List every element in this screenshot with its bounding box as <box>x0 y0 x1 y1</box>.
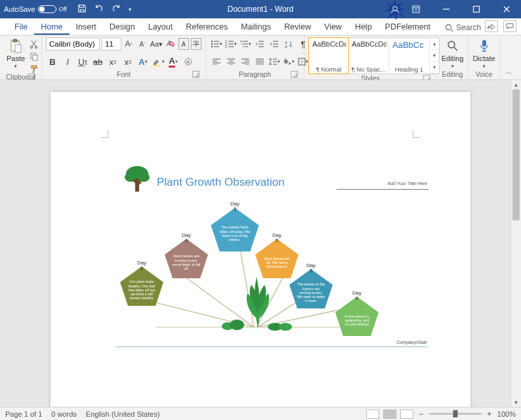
node-day4[interactable]: Day 4 More leaves are turning brown; som… <box>162 235 211 284</box>
node-day-label: Day 5 <box>272 233 281 243</box>
search-box[interactable]: Search <box>441 20 485 35</box>
group-clipboard: Paste ▾ Clipboard <box>0 35 42 79</box>
tab-design[interactable]: Design <box>103 20 142 35</box>
dictate-label: Dictate <box>472 54 495 62</box>
tab-help[interactable]: Help <box>348 20 379 35</box>
page[interactable]: Plant Growth Observation Add Your Title … <box>51 92 470 407</box>
qat-dropdown[interactable]: ▾ <box>129 7 131 12</box>
character-shading-button[interactable]: A <box>182 55 195 68</box>
share-button[interactable] <box>485 20 498 32</box>
vertical-scrollbar[interactable]: ▲ ▼ <box>511 80 521 407</box>
multilevel-list-button[interactable]: ▾ <box>239 37 252 51</box>
save-button[interactable] <box>77 4 87 14</box>
zoom-level[interactable]: 100% <box>497 410 516 418</box>
align-right-button[interactable] <box>239 55 252 68</box>
collapse-ribbon[interactable]: ︿ <box>500 35 517 79</box>
scroll-down-icon[interactable]: ▼ <box>511 398 521 407</box>
print-layout-button[interactable] <box>383 410 396 419</box>
style-no-spacing[interactable]: AaBbCcDd¶ No Spac... <box>348 38 389 74</box>
cut-button[interactable] <box>30 39 39 48</box>
decrease-indent-button[interactable] <box>253 37 266 51</box>
tab-file[interactable]: File <box>8 20 34 35</box>
shading-button[interactable]: ▾ <box>282 55 295 68</box>
group-label: Font <box>117 70 131 78</box>
bullets-button[interactable]: ▾ <box>210 37 223 51</box>
shrink-font-button[interactable]: Aˇ <box>136 37 148 51</box>
line-spacing-button[interactable]: ▾ <box>268 55 281 68</box>
paste-button[interactable]: Paste ▾ <box>4 37 28 70</box>
grow-font-button[interactable]: A^ <box>123 37 135 51</box>
tab-mailings[interactable]: Mailings <box>234 20 278 35</box>
change-case-button[interactable]: Aa▾ <box>150 37 163 51</box>
subscript-button[interactable]: x2 <box>106 55 119 68</box>
clear-formatting-button[interactable]: A <box>165 37 177 51</box>
scroll-thumb[interactable] <box>512 89 520 220</box>
tab-pdfelement[interactable]: PDFelement <box>379 20 437 35</box>
editing-label: Editing <box>442 54 464 62</box>
increase-indent-button[interactable] <box>268 37 281 51</box>
node-day6[interactable]: Day 6 A new sprout is appearing, and it'… <box>333 293 381 341</box>
phonetic-guide-button[interactable]: A <box>178 38 189 50</box>
dialog-launcher[interactable] <box>192 71 199 78</box>
styles-gallery[interactable]: AaBbCcDd¶ Normal AaBbCcDd¶ No Spac... Aa… <box>308 37 440 74</box>
editing-button[interactable]: Editing ▾ <box>439 37 467 70</box>
superscript-button[interactable]: x2 <box>121 55 135 68</box>
language-status[interactable]: English (United States) <box>86 410 160 418</box>
zoom-out-button[interactable]: − <box>417 410 425 419</box>
diagram-graphic[interactable]: Plant Growth Observation Add Your Title … <box>90 164 431 407</box>
style-heading1[interactable]: AaBbCcHeading 1 <box>389 38 430 74</box>
statusbar: Page 1 of 1 0 words English (United Stat… <box>0 407 521 420</box>
numbering-button[interactable]: 123▾ <box>224 37 238 51</box>
tab-review[interactable]: Review <box>278 20 318 35</box>
tab-insert[interactable]: Insert <box>70 20 103 35</box>
tab-home[interactable]: Home <box>34 20 69 35</box>
page-count[interactable]: Page 1 of 1 <box>5 410 42 418</box>
underline-button[interactable]: U▾ <box>76 55 89 68</box>
zoom-in-button[interactable]: + <box>486 410 493 419</box>
read-mode-button[interactable] <box>366 410 379 419</box>
autosave-toggle[interactable]: AutoSave Off <box>0 5 71 13</box>
scroll-up-icon[interactable]: ▲ <box>511 80 521 89</box>
highlight-button[interactable]: ▾ <box>152 55 165 68</box>
comments-button[interactable] <box>503 20 516 32</box>
style-name: ¶ No Spac... <box>350 66 386 73</box>
minimize-button[interactable] <box>432 0 461 18</box>
node-day-label: Day 1 <box>137 261 146 271</box>
text-effects-button[interactable]: A▾ <box>136 55 150 68</box>
font-size-combo[interactable]: 11 <box>102 37 121 51</box>
group-paragraph: ▾ 123▾ ▾ AZ ¶ ▾ ▾ ▾ Paragraph <box>206 35 304 79</box>
format-painter-button[interactable] <box>30 64 39 73</box>
tab-references[interactable]: References <box>179 20 234 35</box>
dialog-launcher[interactable] <box>291 71 298 78</box>
web-layout-button[interactable] <box>400 410 413 419</box>
italic-button[interactable]: I <box>61 55 74 68</box>
tab-view[interactable]: View <box>318 20 348 35</box>
node-day-label: Day 2 <box>230 201 240 212</box>
character-border-button[interactable]: 字 <box>191 38 201 50</box>
tab-layout[interactable]: Layout <box>142 20 180 35</box>
node-day3[interactable]: Day 3 The leaves at the bottom are turni… <box>287 265 335 314</box>
word-count[interactable]: 0 words <box>51 410 77 418</box>
bold-button[interactable]: B <box>46 55 59 68</box>
maximize-button[interactable] <box>462 0 491 18</box>
align-center-button[interactable] <box>224 55 238 68</box>
find-icon <box>446 39 460 53</box>
undo-button[interactable] <box>94 4 104 14</box>
node-day1[interactable]: Day 1 Our plant looks healthy. One leaf … <box>117 262 166 311</box>
toggle-off-icon <box>38 5 56 13</box>
justify-button[interactable] <box>253 55 266 68</box>
copy-button[interactable] <box>30 52 39 60</box>
divider <box>337 189 428 190</box>
redo-button[interactable] <box>112 4 121 14</box>
svg-point-20 <box>211 46 213 47</box>
style-normal[interactable]: AaBbCcDd¶ Normal <box>308 37 349 74</box>
zoom-slider[interactable] <box>429 413 482 415</box>
close-button[interactable] <box>492 0 521 18</box>
dictate-button[interactable]: Dictate ▾ <box>470 37 497 70</box>
sort-button[interactable]: AZ <box>282 37 295 51</box>
font-color-button[interactable]: A▾ <box>167 55 180 68</box>
svg-rect-5 <box>507 24 513 28</box>
strikethrough-button[interactable]: ab <box>91 55 104 68</box>
align-left-button[interactable] <box>210 55 223 68</box>
font-name-combo[interactable]: Calibri (Body) <box>46 37 100 51</box>
